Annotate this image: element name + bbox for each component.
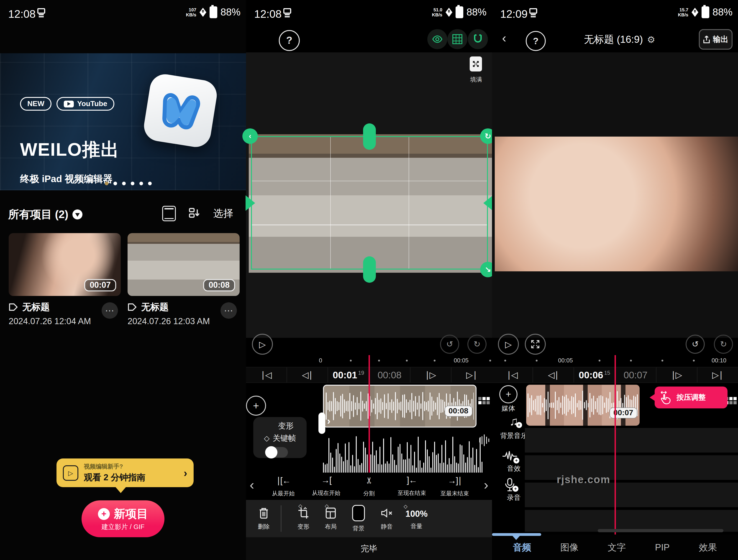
ruler-label: 00:05 bbox=[454, 357, 468, 364]
redo-button[interactable]: ↻ bbox=[467, 335, 486, 354]
project-thumbnail[interactable]: 00:07 bbox=[9, 233, 121, 296]
new-project-button[interactable]: + 新项目 建立影片 / GIF bbox=[81, 500, 164, 537]
tab-image[interactable]: 图像 bbox=[560, 541, 579, 553]
tab-text[interactable]: 文字 bbox=[608, 541, 626, 553]
play-button[interactable]: ▷ bbox=[498, 334, 519, 355]
extra-lane[interactable] bbox=[525, 510, 738, 532]
snap-magnet-button[interactable] bbox=[468, 29, 488, 49]
delete-button[interactable]: 删除 bbox=[258, 507, 270, 531]
more-button[interactable]: ⋯ bbox=[221, 302, 237, 319]
fill-mode-button[interactable] bbox=[470, 56, 482, 71]
sort-button[interactable] bbox=[188, 207, 201, 220]
background-button[interactable]: 背景 bbox=[352, 505, 365, 532]
view-mode-button[interactable] bbox=[162, 206, 176, 221]
handle-bottom[interactable] bbox=[363, 256, 376, 283]
project-thumbnail[interactable]: 00:08 bbox=[127, 233, 240, 296]
bgm-lane[interactable] bbox=[525, 428, 738, 453]
record-button[interactable]: + bbox=[504, 478, 516, 494]
jump-start-button[interactable]: ∣◁ bbox=[246, 368, 287, 383]
help-button[interactable]: ? bbox=[279, 30, 300, 51]
fullscreen-button[interactable] bbox=[525, 334, 546, 355]
trim-handle[interactable] bbox=[318, 413, 325, 434]
data-saver-icon bbox=[692, 8, 698, 17]
project-card[interactable]: 00:08 无标题 2024.07.26 12:03 AM ⋯ bbox=[127, 233, 240, 327]
export-button[interactable]: 输出 bbox=[699, 29, 733, 50]
video-clip[interactable]: 00:07 bbox=[526, 385, 640, 426]
mute-button[interactable]: 静音 bbox=[380, 507, 393, 531]
back-button[interactable]: ‹ bbox=[502, 31, 506, 46]
projects-filter[interactable]: 所有项目 (2) bbox=[8, 207, 82, 222]
sfx-button[interactable]: + bbox=[502, 450, 517, 464]
audio-meter-icon bbox=[478, 434, 490, 447]
status-bar: 12:08 51.0KB/s 88% bbox=[246, 0, 492, 28]
trim-from-here-button[interactable]: →[从现在开始 bbox=[305, 475, 348, 497]
transform-button[interactable]: ◇ 变形 bbox=[298, 507, 309, 531]
handle-top[interactable] bbox=[363, 123, 376, 150]
timeline-scrollbar[interactable] bbox=[598, 529, 723, 532]
project-card[interactable]: 00:07 无标题 2024.07.26 12:04 AM ⋯ bbox=[9, 233, 121, 327]
data-saver-icon bbox=[200, 8, 207, 17]
playhead[interactable] bbox=[615, 355, 616, 535]
editor-tab-bar: 音频 图像 文字 PIP 效果 bbox=[492, 535, 738, 560]
scroll-right-icon[interactable]: › bbox=[484, 477, 488, 493]
undo-button[interactable]: ↺ bbox=[686, 335, 705, 354]
layer-list-button[interactable] bbox=[478, 397, 490, 404]
carousel-dots bbox=[105, 182, 152, 185]
preview-visibility-button[interactable] bbox=[427, 29, 447, 49]
keyframe-label: 关键帧 bbox=[273, 433, 296, 444]
keyframe-toggle[interactable] bbox=[266, 447, 288, 458]
arrow-bracket-icon: →[ bbox=[305, 475, 348, 485]
split-button[interactable]: ✂分割 bbox=[348, 475, 390, 497]
trim-to-end-button[interactable]: →]∣至最末结束 bbox=[433, 475, 476, 497]
video-preview[interactable] bbox=[495, 137, 738, 271]
youtube-badge: YouTube bbox=[57, 97, 114, 111]
grid-overlay-button[interactable] bbox=[447, 29, 467, 49]
next-frame-button[interactable]: ∣▷ bbox=[656, 368, 697, 383]
trim-to-here-button[interactable]: ]←至现在结束 bbox=[390, 475, 433, 497]
keyframe-panel[interactable]: 变形 ◇ 关键帧 bbox=[253, 417, 307, 458]
prev-frame-button[interactable]: ◁∣ bbox=[532, 368, 574, 383]
add-clip-button[interactable]: + bbox=[246, 396, 266, 416]
jump-start-button[interactable]: ∣◁ bbox=[492, 368, 532, 383]
undo-button[interactable]: ↺ bbox=[440, 335, 459, 354]
jump-end-button[interactable]: ▷∣ bbox=[451, 368, 492, 383]
play-button[interactable]: ▷ bbox=[252, 334, 273, 355]
handle-right[interactable] bbox=[483, 195, 493, 211]
selection-frame[interactable] bbox=[251, 136, 488, 269]
more-button[interactable]: ⋯ bbox=[101, 302, 118, 319]
prev-frame-button[interactable]: ◁∣ bbox=[287, 368, 328, 383]
handle-left[interactable] bbox=[246, 195, 255, 211]
record-lane[interactable] bbox=[525, 483, 738, 507]
layout-button[interactable]: ◇ 布局 bbox=[325, 507, 337, 531]
press-adjust-tooltip: 按压调整 bbox=[655, 387, 728, 408]
next-frame-button[interactable]: ∣▷ bbox=[410, 368, 451, 383]
new-project-subtitle: 建立影片 / GIF bbox=[101, 523, 145, 531]
help-button[interactable]: ? bbox=[526, 31, 546, 51]
projects-title: 所有项目 (2) bbox=[8, 207, 68, 222]
total-duration: 00:08 bbox=[369, 368, 410, 383]
done-button[interactable]: 完毕 bbox=[361, 543, 377, 554]
bgm-button[interactable]: ♫ + bbox=[500, 414, 527, 429]
volume-button[interactable]: ◇ 100% 音量 bbox=[405, 507, 427, 530]
add-media-button[interactable]: + bbox=[499, 385, 517, 403]
trim-from-start-button[interactable]: ∣[←从最开始 bbox=[262, 475, 305, 497]
clock: 12:08 bbox=[8, 8, 36, 20]
guide-cta: 观看 2 分钟指南 bbox=[84, 471, 178, 483]
gear-icon[interactable]: ⚙ bbox=[647, 34, 655, 45]
tab-effects[interactable]: 效果 bbox=[699, 541, 717, 553]
audio-waveform[interactable] bbox=[323, 434, 483, 474]
plus-badge-icon: + bbox=[513, 458, 519, 464]
select-button[interactable]: 选择 bbox=[213, 207, 233, 220]
guide-banner[interactable]: ▷ 视频编辑新手? 观看 2 分钟指南 › bbox=[56, 459, 194, 487]
promo-banner[interactable]: NEW YouTube WEILO推出 终极 iPad 视频编辑器 bbox=[0, 53, 246, 190]
tab-audio[interactable]: 音频 bbox=[513, 541, 531, 553]
jump-end-button[interactable]: ▷∣ bbox=[697, 368, 738, 383]
guide-question: 视频编辑新手? bbox=[84, 462, 178, 471]
scroll-left-icon[interactable]: ‹ bbox=[250, 477, 254, 493]
plus-badge-icon: + bbox=[512, 486, 518, 492]
video-clip[interactable]: 00:08 bbox=[323, 385, 476, 428]
redo-button[interactable]: ↻ bbox=[714, 335, 733, 354]
tab-pip[interactable]: PIP bbox=[655, 542, 670, 552]
handle-rotate-left[interactable]: ‹ bbox=[242, 128, 258, 144]
playhead[interactable] bbox=[369, 355, 370, 473]
